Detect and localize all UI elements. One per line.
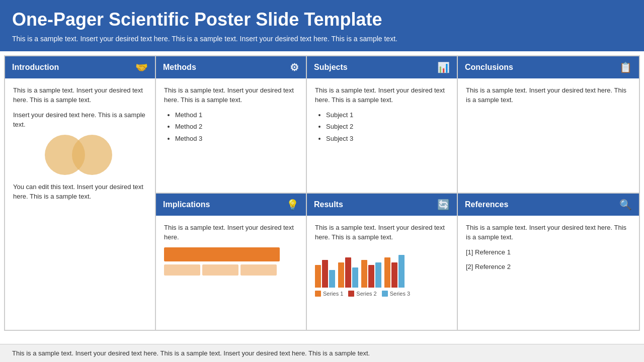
list-item: Method 3 [175,134,298,144]
lightbulb-icon: 💡 [286,199,299,211]
intro-text-2: Insert your desired text here. This is a… [13,110,147,130]
clipboard-icon: 📋 [619,61,632,73]
search-icon: 🔍 [619,199,632,211]
results-card: Results 🔄 This is a sample text. Insert … [306,193,457,330]
implications-body: This is a sample text. Insert your desir… [156,216,306,330]
bar-chart-icon: 📊 [437,61,450,73]
methods-list: Method 1 Method 2 Method 3 [164,110,298,144]
impl-bar-orange [164,247,280,261]
impl-bar-light-row [164,263,298,276]
legend-series1: Series 1 [315,290,343,298]
legend-label-s3: Series 3 [390,290,410,298]
venn-circles [45,135,115,175]
bar-s3 [329,270,335,288]
subjects-title: Subjects [314,63,348,72]
impl-bar-light-3 [240,264,277,276]
bar-s1 [338,262,344,288]
bar-s3 [375,262,381,288]
references-body: This is a sample text. Insert your desir… [458,216,639,330]
impl-row-1 [164,247,298,261]
list-item: Subject 1 [326,110,449,120]
list-item: Method 2 [175,122,298,132]
legend-series3: Series 3 [382,290,410,298]
bar-s3 [398,255,405,288]
bar-s3 [352,267,358,288]
references-title: References [465,200,508,209]
list-item: Subject 3 [326,134,449,144]
methods-text: This is a sample text. Insert your desir… [164,85,298,105]
implications-chart [164,247,298,276]
impl-bar-light-2 [202,264,238,276]
conclusions-text: This is a sample text. Insert your desir… [466,85,631,105]
implications-title: Implications [163,200,210,209]
conclusions-body: This is a sample text. Insert your desir… [458,78,639,193]
conclusions-card: Conclusions 📋 This is a sample text. Ins… [457,56,639,193]
subjects-header: Subjects 📊 [307,56,457,78]
intro-text-1: This is a sample text. Insert your desir… [13,85,147,105]
legend-label-s1: Series 1 [323,290,343,298]
methods-card: Methods ⚙ This is a sample text. Insert … [155,56,306,193]
results-header: Results 🔄 [307,194,457,216]
introduction-card: Introduction 🤝 This is a sample text. In… [5,56,155,330]
subjects-card: Subjects 📊 This is a sample text. Insert… [306,56,457,193]
list-item: Subject 2 [326,122,449,132]
introduction-title: Introduction [12,63,59,72]
header-subtitle: This is a sample text. Insert your desir… [12,34,632,44]
legend-dot-s2 [348,291,354,297]
introduction-body: This is a sample text. Insert your desir… [5,78,155,330]
handshake-icon: 🤝 [135,61,148,73]
impl-row-2 [164,263,298,276]
impl-bar-light-1 [164,264,200,276]
implications-text: This is a sample text. Insert your desir… [164,223,298,242]
methods-body: This is a sample text. Insert your desir… [156,78,306,193]
bar-group-2 [338,257,358,288]
venn-diagram [13,135,147,175]
bar-s2 [322,260,328,288]
conclusions-title: Conclusions [465,63,513,72]
implications-card: Implications 💡 This is a sample text. In… [155,193,306,330]
gear-icon: ⚙ [290,61,299,73]
results-body: This is a sample text. Insert your desir… [307,216,457,330]
subjects-body: This is a sample text. Insert your desir… [307,78,457,193]
reference-1: [1] Reference 1 [466,247,631,257]
results-text: This is a sample text. Insert your desir… [315,223,449,242]
results-title: Results [314,200,343,209]
venn-circle-right [72,135,112,175]
references-text: This is a sample text. Insert your desir… [466,223,631,242]
bar-s1 [315,265,321,288]
subjects-text: This is a sample text. Insert your desir… [315,85,449,105]
bar-s1 [384,257,390,288]
chart-legend: Series 1 Series 2 Series 3 [315,290,449,298]
bar-group-1 [315,260,335,288]
references-card: References 🔍 This is a sample text. Inse… [457,193,639,330]
legend-dot-s3 [382,291,388,297]
intro-text-3: You can edit this text. Insert your desi… [13,182,147,202]
footer-text: This is a sample text. Insert your desir… [12,349,370,357]
bar-group-4 [384,255,405,288]
bar-s1 [361,260,367,288]
results-chart [315,247,449,288]
main-grid: Introduction 🤝 This is a sample text. In… [4,55,640,331]
legend-dot-s1 [315,291,321,297]
implications-header: Implications 💡 [156,194,306,216]
methods-title: Methods [163,63,196,72]
legend-series2: Series 2 [348,290,376,298]
header: One-Pager Scientific Poster Slide Templa… [0,0,644,51]
bar-s2 [368,265,374,288]
bar-group-3 [361,260,381,288]
legend-label-s2: Series 2 [356,290,376,298]
reference-2: [2] Reference 2 [466,262,631,272]
list-item: Method 1 [175,110,298,120]
data-icon: 🔄 [437,199,450,211]
bar-s2 [391,262,397,288]
introduction-header: Introduction 🤝 [5,56,155,78]
page-title: One-Pager Scientific Poster Slide Templa… [12,9,632,30]
references-header: References 🔍 [458,194,639,216]
bar-s2 [345,257,351,288]
footer: This is a sample text. Insert your desir… [0,344,644,362]
conclusions-header: Conclusions 📋 [458,56,639,78]
subjects-list: Subject 1 Subject 2 Subject 3 [315,110,449,144]
methods-header: Methods ⚙ [156,56,306,78]
